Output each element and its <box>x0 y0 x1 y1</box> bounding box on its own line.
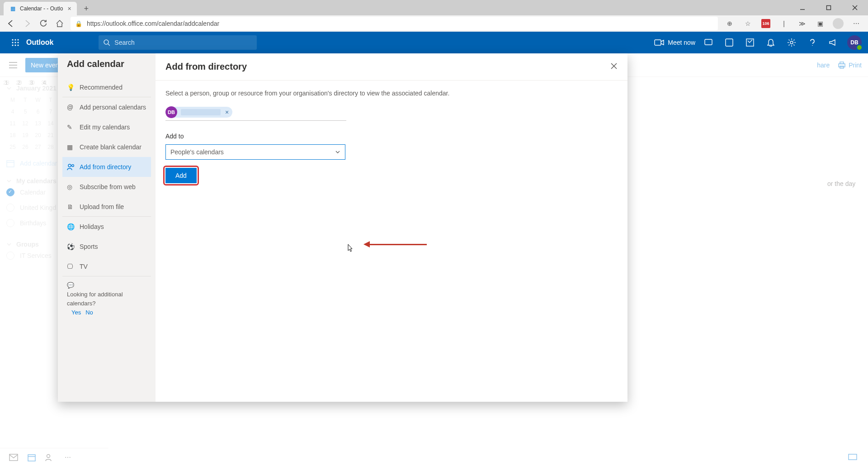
svg-point-12 <box>17 44 19 46</box>
svg-point-10 <box>12 44 13 46</box>
forward-button[interactable] <box>19 15 35 32</box>
svg-point-8 <box>14 42 16 43</box>
modal-title: Add calendar <box>58 59 156 69</box>
edit-icon: ✎ <box>67 124 80 131</box>
window-close-button[interactable] <box>842 0 868 15</box>
person-chip[interactable]: DB × <box>165 107 232 118</box>
svg-point-19 <box>790 41 793 44</box>
add-button[interactable]: Add <box>165 168 197 183</box>
nav-recommended[interactable]: 💡Recommended <box>62 77 151 97</box>
address-bar[interactable]: 🔒 https://outlook.office.com/calendar/ad… <box>71 17 718 30</box>
home-button[interactable] <box>52 15 68 32</box>
teams-icon[interactable] <box>719 32 740 53</box>
profile-avatar[interactable]: DB <box>847 35 862 50</box>
nav-directory[interactable]: Add from directory <box>62 157 151 177</box>
divider-icon: | <box>775 15 793 32</box>
zoom-icon[interactable]: ⊕ <box>721 15 739 32</box>
search-icon <box>103 39 110 46</box>
nav-personal[interactable]: @Add personal calendars <box>62 97 151 117</box>
addto-select[interactable]: People's calendars <box>165 144 345 160</box>
nav-edit[interactable]: ✎Edit my calendars <box>62 117 151 137</box>
outlook-header: Outlook Meet now DB <box>0 32 868 53</box>
modal-sidebar: Add calendar 💡Recommended @Add personal … <box>58 53 156 402</box>
app-launcher-icon[interactable] <box>6 33 24 52</box>
collections-icon[interactable]: ▣ <box>811 15 829 32</box>
gear-icon[interactable] <box>781 32 802 53</box>
outlook-brand[interactable]: Outlook <box>26 38 53 47</box>
modal-footer-question: 💬 Looking for additional calendars? Yes … <box>58 276 156 322</box>
tv-icon: 🖵 <box>67 263 80 270</box>
svg-point-5 <box>14 39 16 40</box>
search-input[interactable] <box>113 38 252 47</box>
nav-subscribe[interactable]: ◎Subscribe from web <box>62 177 151 197</box>
browser-tab[interactable]: ▦ Calendar - - Outlo × <box>4 2 77 15</box>
addto-label: Add to <box>165 133 618 140</box>
svg-point-9 <box>17 42 19 43</box>
svg-rect-16 <box>705 39 712 45</box>
svg-point-42 <box>72 165 74 167</box>
megaphone-icon[interactable] <box>823 32 844 53</box>
window-minimize-button[interactable] <box>789 0 816 15</box>
svg-point-13 <box>104 40 108 44</box>
svg-line-24 <box>789 40 790 41</box>
svg-rect-1 <box>827 6 831 10</box>
video-icon <box>654 39 664 46</box>
people-icon <box>67 163 80 171</box>
extension-badge[interactable]: 106 <box>757 15 775 32</box>
svg-rect-15 <box>655 40 661 45</box>
svg-point-4 <box>12 39 13 40</box>
at-icon: @ <box>67 104 80 111</box>
rss-icon: ◎ <box>67 183 80 190</box>
browser-chrome: ▦ Calendar - - Outlo × + 🔒 https://outlo… <box>0 0 868 32</box>
favorite-icon[interactable]: ☆ <box>739 15 757 32</box>
bell-icon[interactable] <box>760 32 781 53</box>
favorites-bar-icon[interactable]: ≫ <box>793 15 811 32</box>
nav-upload[interactable]: 🗎Upload from file <box>62 197 151 217</box>
back-button[interactable] <box>3 15 19 32</box>
url-text: https://outlook.office.com/calendar/addc… <box>87 20 219 27</box>
svg-point-11 <box>14 44 16 46</box>
lock-icon: 🔒 <box>75 20 82 27</box>
nav-sports[interactable]: ⚽Sports <box>62 237 151 257</box>
person-name-redacted <box>181 109 221 115</box>
svg-point-7 <box>12 42 13 43</box>
lightbulb-icon: 💡 <box>67 84 80 91</box>
nav-holidays[interactable]: 🌐Holidays <box>62 217 151 237</box>
refresh-button[interactable] <box>35 15 52 32</box>
nav-tv[interactable]: 🖵TV <box>62 257 151 276</box>
cursor-icon <box>346 244 354 253</box>
panel-heading: Add from directory <box>156 62 627 72</box>
svg-line-27 <box>789 44 790 45</box>
svg-line-14 <box>108 44 110 46</box>
annotation-arrow <box>363 241 427 247</box>
tab-strip: ▦ Calendar - - Outlo × + <box>0 0 868 15</box>
chat-icon: 💬 <box>67 281 80 290</box>
new-tab-button[interactable]: + <box>81 2 92 15</box>
menu-icon[interactable]: ⋯ <box>847 15 865 32</box>
svg-point-6 <box>17 39 19 40</box>
svg-rect-17 <box>726 39 733 46</box>
svg-line-26 <box>793 40 794 41</box>
file-icon: 🗎 <box>67 203 80 210</box>
close-icon[interactable] <box>607 59 621 73</box>
address-bar-row: 🔒 https://outlook.office.com/calendar/ad… <box>0 15 868 32</box>
close-tab-icon[interactable]: × <box>67 5 71 12</box>
footer-no-link[interactable]: No <box>85 308 93 317</box>
people-picker[interactable]: DB × <box>165 107 346 121</box>
note-icon[interactable] <box>740 32 760 53</box>
calendar-add-icon: ▦ <box>67 143 80 151</box>
help-icon[interactable] <box>802 32 823 53</box>
modal-content: Add from directory Select a person, grou… <box>156 53 627 402</box>
meet-now-button[interactable]: Meet now <box>654 39 695 46</box>
search-box[interactable] <box>99 35 257 50</box>
nav-blank[interactable]: ▦Create blank calendar <box>62 137 151 157</box>
remove-chip-icon[interactable]: × <box>225 109 229 116</box>
add-calendar-modal: Add calendar 💡Recommended @Add personal … <box>58 53 627 402</box>
footer-yes-link[interactable]: Yes <box>71 308 81 317</box>
svg-point-41 <box>68 164 71 167</box>
tab-title: Calendar - - Outlo <box>20 5 63 12</box>
window-maximize-button[interactable] <box>816 0 842 15</box>
chat-icon[interactable] <box>698 32 719 53</box>
profile-icon[interactable] <box>829 15 847 32</box>
svg-line-25 <box>793 44 794 45</box>
